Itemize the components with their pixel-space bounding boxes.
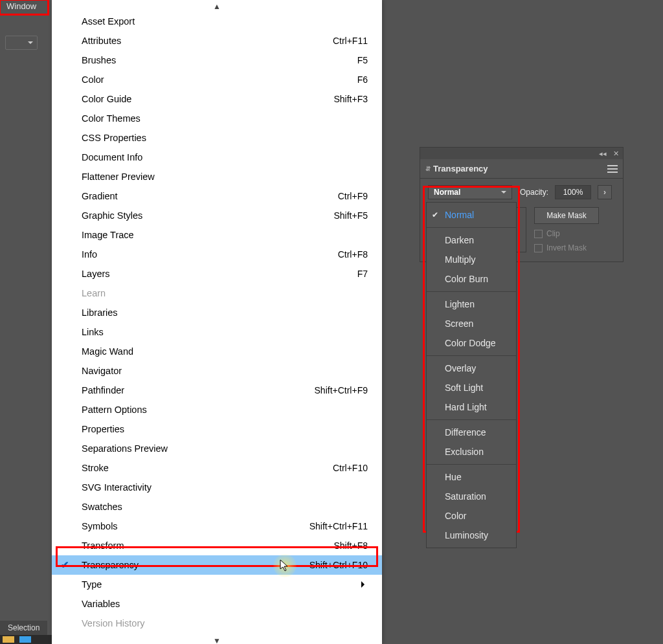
menu-item-css-properties[interactable]: CSS Properties xyxy=(52,128,382,148)
menu-item-gradient[interactable]: GradientCtrl+F9 xyxy=(52,186,382,206)
menu-item-label: Document Info xyxy=(82,152,368,162)
menu-item-properties[interactable]: Properties xyxy=(52,419,382,439)
menu-item-separations-preview[interactable]: Separations Preview xyxy=(52,439,382,458)
menu-item-label: Image Trace xyxy=(82,230,368,240)
menu-item-symbols[interactable]: SymbolsShift+Ctrl+F11 xyxy=(52,516,382,536)
clip-label: Clip xyxy=(546,229,560,238)
blend-option-color-dodge[interactable]: Color Dodge xyxy=(427,333,516,353)
menu-item-shortcut: Shift+F5 xyxy=(333,210,368,221)
blend-option-normal[interactable]: Normal xyxy=(427,205,516,225)
menu-item-shortcut: Ctrl+F11 xyxy=(333,36,368,46)
panel-collapse-icon[interactable]: ◂◂ xyxy=(599,150,607,158)
blend-option-color-burn[interactable]: Color Burn xyxy=(427,269,516,289)
menu-item-label: Transform xyxy=(82,540,333,551)
menu-item-label: Swatches xyxy=(82,502,368,512)
menu-item-label: Info xyxy=(82,249,338,260)
menu-item-label: Flattener Preview xyxy=(82,172,368,182)
menu-item-shortcut: F6 xyxy=(357,74,368,85)
blend-option-exclusion[interactable]: Exclusion xyxy=(427,442,516,461)
menu-item-label: Type xyxy=(82,579,361,590)
panel-tab-selection[interactable]: Selection xyxy=(0,621,47,635)
blend-mode-value: Normal xyxy=(434,188,460,197)
blend-option-color[interactable]: Color xyxy=(427,506,516,526)
opacity-stepper[interactable]: › xyxy=(598,185,612,199)
menu-item-label: Stroke xyxy=(82,463,333,473)
menu-item-variables[interactable]: Variables xyxy=(52,594,382,614)
menu-item-pathfinder[interactable]: PathfinderShift+Ctrl+F9 xyxy=(52,381,382,400)
menu-item-links[interactable]: Links xyxy=(52,322,382,342)
menu-item-brushes[interactable]: BrushesF5 xyxy=(52,50,382,70)
menu-item-label: Gradient xyxy=(82,191,338,201)
menu-item-shortcut: Shift+Ctrl+F10 xyxy=(309,560,368,570)
opacity-input[interactable]: 100% xyxy=(555,185,591,199)
blend-mode-dropdown: NormalDarkenMultiplyColor BurnLightenScr… xyxy=(426,202,517,548)
menu-item-flattener-preview[interactable]: Flattener Preview xyxy=(52,167,382,186)
menu-item-label: Pathfinder xyxy=(82,385,315,395)
menu-item-swatches[interactable]: Swatches xyxy=(52,497,382,516)
make-mask-button[interactable]: Make Mask xyxy=(534,207,599,224)
menu-item-label: Color xyxy=(82,74,357,85)
menu-item-color[interactable]: ColorF6 xyxy=(52,70,382,89)
menu-item-asset-export[interactable]: Asset Export xyxy=(52,12,382,31)
check-icon: ✔ xyxy=(61,560,69,570)
blend-option-soft-light[interactable]: Soft Light xyxy=(427,378,516,397)
panel-flyout-menu-icon[interactable] xyxy=(607,165,618,173)
taskbar-strip xyxy=(0,635,52,644)
invert-mask-checkbox[interactable] xyxy=(534,244,543,252)
chevron-down-icon xyxy=(501,191,506,196)
menu-item-info[interactable]: InfoCtrl+F8 xyxy=(52,245,382,264)
menu-item-document-info[interactable]: Document Info xyxy=(52,148,382,167)
menu-item-label: Transparency xyxy=(82,560,309,570)
menu-item-label: Learn xyxy=(82,288,368,298)
blend-option-lighten[interactable]: Lighten xyxy=(427,294,516,314)
blend-mode-select[interactable]: Normal xyxy=(428,185,512,199)
menu-item-label: Navigator xyxy=(82,366,368,376)
clip-checkbox[interactable] xyxy=(534,230,543,238)
menu-item-type[interactable]: Type xyxy=(52,575,382,594)
panel-title: Transparency xyxy=(433,164,488,173)
menu-item-navigator[interactable]: Navigator xyxy=(52,361,382,381)
blend-option-luminosity[interactable]: Luminosity xyxy=(427,526,516,545)
menu-item-shortcut: Ctrl+F10 xyxy=(333,463,368,473)
menu-item-label: Color Themes xyxy=(82,113,368,124)
menu-item-version-history: Version History xyxy=(52,614,382,633)
window-menu: ▲ Asset ExportAttributesCtrl+F11BrushesF… xyxy=(52,0,382,644)
panel-tab-arrows-icon: ⇵ xyxy=(425,165,431,172)
menu-item-learn: Learn xyxy=(52,283,382,303)
menu-item-shortcut: Ctrl+F9 xyxy=(338,191,368,201)
menu-item-label: Libraries xyxy=(82,307,368,318)
blend-option-saturation[interactable]: Saturation xyxy=(427,487,516,506)
menu-item-shortcut: Shift+F3 xyxy=(333,94,368,104)
menu-item-graphic-styles[interactable]: Graphic StylesShift+F5 xyxy=(52,206,382,225)
menu-scroll-up-icon[interactable]: ▲ xyxy=(52,3,382,12)
menu-item-shortcut: Shift+Ctrl+F11 xyxy=(309,521,368,531)
menu-item-label: Asset Export xyxy=(82,16,368,27)
menu-item-shortcut: F7 xyxy=(357,269,368,279)
menu-item-transparency[interactable]: ✔TransparencyShift+Ctrl+F10 xyxy=(52,555,382,575)
menu-item-svg-interactivity[interactable]: SVG Interactivity xyxy=(52,478,382,497)
panel-close-icon[interactable]: ✕ xyxy=(613,150,619,158)
menu-scroll-down-icon[interactable]: ▼ xyxy=(52,637,382,644)
menu-item-image-trace[interactable]: Image Trace xyxy=(52,225,382,245)
panel-tab-transparency[interactable]: ⇵ Transparency xyxy=(425,164,488,173)
menu-item-color-guide[interactable]: Color GuideShift+F3 xyxy=(52,89,382,109)
options-dropdown[interactable] xyxy=(5,36,38,50)
blend-option-overlay[interactable]: Overlay xyxy=(427,359,516,378)
menu-item-stroke[interactable]: StrokeCtrl+F10 xyxy=(52,458,382,478)
menu-item-label: Brushes xyxy=(82,55,357,65)
blend-option-darken[interactable]: Darken xyxy=(427,230,516,250)
blend-option-difference[interactable]: Difference xyxy=(427,423,516,442)
menu-item-attributes[interactable]: AttributesCtrl+F11 xyxy=(52,31,382,50)
blend-option-hue[interactable]: Hue xyxy=(427,467,516,487)
menu-item-layers[interactable]: LayersF7 xyxy=(52,264,382,283)
blend-option-hard-light[interactable]: Hard Light xyxy=(427,397,516,417)
menu-item-magic-wand[interactable]: Magic Wand xyxy=(52,342,382,361)
menu-item-libraries[interactable]: Libraries xyxy=(52,303,382,322)
blend-option-screen[interactable]: Screen xyxy=(427,314,516,333)
annotation-highlight-window xyxy=(0,0,49,16)
menu-item-color-themes[interactable]: Color Themes xyxy=(52,109,382,128)
menu-item-pattern-options[interactable]: Pattern Options xyxy=(52,400,382,419)
blend-option-multiply[interactable]: Multiply xyxy=(427,250,516,269)
menu-item-label: Properties xyxy=(82,424,368,434)
menu-item-transform[interactable]: TransformShift+F8 xyxy=(52,536,382,555)
